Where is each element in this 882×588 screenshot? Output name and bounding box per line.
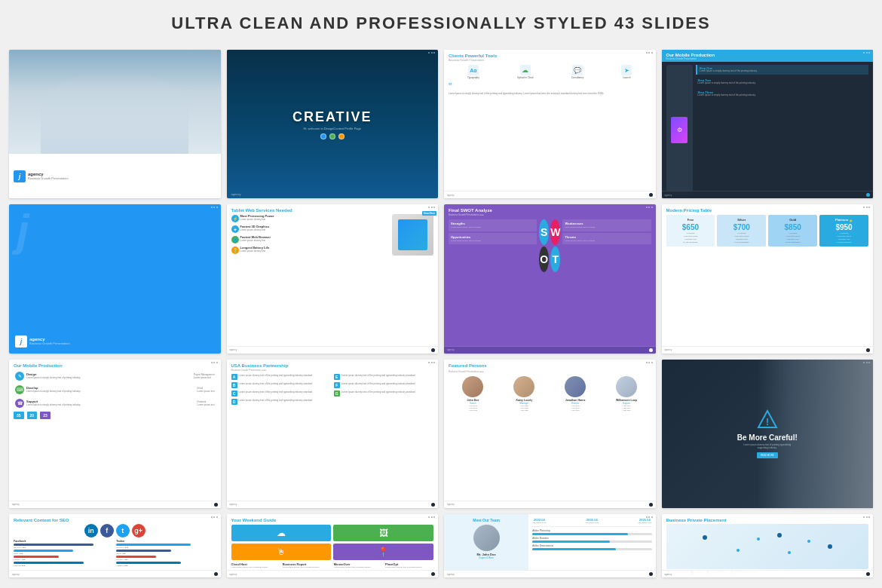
slide-menu-4[interactable] — [863, 52, 870, 54]
slide-11-sub: Business Growth Presentation ●●● — [449, 370, 651, 373]
slide-menu-12[interactable] — [863, 362, 870, 363]
agency-text: agency Business Growth Presentation — [28, 172, 69, 180]
slide-menu-15[interactable] — [646, 516, 653, 518]
tool-typography: Aα Typography — [467, 65, 479, 79]
footer-dot-6 — [431, 348, 435, 352]
silver-plan-label: Silver — [737, 218, 746, 222]
exp-2002: 2002-54 The Infinity Corp — [532, 518, 546, 524]
read-more-button[interactable]: READ MORE — [757, 452, 778, 458]
phone-screen-icon: ⚙ — [677, 127, 682, 133]
slide-menu-7[interactable] — [646, 207, 653, 208]
social-icons: in f t g+ — [14, 524, 216, 537]
slide-14[interactable]: Your Weekend Guide ☁ 🖼 🖱 📍 Cloud Host Lo… — [227, 514, 439, 577]
footer-agency-13: agency — [12, 573, 20, 576]
slide-4[interactable]: Our Mobile Production Business Growth Pr… — [662, 50, 874, 198]
slide-menu-1[interactable] — [211, 52, 218, 54]
photoshop-bar-bg — [532, 533, 651, 535]
quote-mark: " — [449, 82, 651, 91]
slide-2-agency: agency — [231, 192, 241, 196]
person-john: John Doe Owner • Info item• Info item• I… — [462, 376, 483, 412]
map-dot-4 — [807, 540, 810, 543]
slide-6-right: SmartStart — [392, 214, 433, 256]
agency-j-icon-5: j — [15, 335, 27, 348]
footer-dot-11 — [649, 503, 653, 507]
slide-3-body: Lorem Ipsum is simply dummy text of the … — [449, 93, 651, 96]
slide-menu-9[interactable] — [211, 362, 218, 363]
tablet-image: SmartStart — [392, 214, 433, 256]
feature-text-3: Fastest Web Browser Lorem ipsum dummy te… — [240, 235, 271, 242]
slide-menu-16[interactable] — [863, 516, 870, 518]
platinum-header: Platinum ★ — [835, 218, 853, 223]
slide-2[interactable]: CREATIVE Hi, welcome to DesignContest Pr… — [227, 50, 439, 198]
feature-battery: 🔋 Longest Battery Life Lorem ipsum dummy… — [231, 246, 390, 254]
slide-2-footer: agency — [231, 192, 434, 196]
map-dot-3 — [777, 533, 782, 537]
slide-13[interactable]: Relevant Content for SEO in f t g+ Faceb… — [9, 514, 221, 577]
map-dot-2 — [757, 537, 760, 541]
slide-15-right: 2002-54 The Infinity Corp 2005-54 The In… — [528, 514, 655, 577]
swot-w-letter: W — [550, 219, 560, 245]
footer-agency-15: agency — [447, 573, 455, 576]
slide-1[interactable]: j agency Business Growth Presentation — [9, 50, 221, 198]
footer-dot-14 — [431, 572, 435, 576]
slide-menu-3[interactable] — [646, 52, 653, 54]
feature-processing: ⚡ Most Processing Power Lorem ipsum dumm… — [231, 214, 390, 222]
free-feature-2: 1 GB Disk Space — [683, 235, 697, 237]
slide-10-footer: agency — [227, 501, 439, 508]
slide-9-footer-bar: agency — [9, 501, 221, 508]
guide-services: Cloud Host Lorem ipsum dummy text of pri… — [231, 562, 434, 568]
biz-e: ELorem ipsum dummy text of the printing … — [334, 374, 433, 380]
pricing-cols: Free $650 3 Website 1 GB Disk Space Unli… — [666, 215, 869, 247]
slide-menu-14[interactable] — [428, 516, 435, 518]
service-mouseover: MouseOver Lorem ipsum dummy text of prin… — [334, 562, 382, 568]
agency-j-icon: j — [14, 170, 26, 182]
gold-feature-4: 64 GB Bandwidth — [786, 241, 800, 243]
slide-4-sub: Business Growth Presentation — [666, 57, 869, 60]
experience-row: 2002-54 The Infinity Corp 2005-54 The In… — [532, 518, 651, 524]
slide-menu-10[interactable] — [428, 362, 435, 363]
slide-4-steps: Step One Lorem Ipsum is simply dummy tex… — [696, 65, 869, 195]
slide-9[interactable]: Our Mobile Production ✎ Design Lorem Ips… — [9, 360, 221, 508]
slide-3-sub: Business Growth Presentation — [449, 59, 651, 62]
stat-35: 35 — [14, 412, 24, 419]
creative-title: CREATIVE — [292, 109, 372, 125]
platinum-feature-4: 64 GB Bandwidth — [837, 241, 851, 243]
footer-agency-7: agency — [447, 348, 455, 351]
slide-3[interactable]: Clients Powerful Tools Business Growth P… — [444, 50, 656, 198]
agency-text-5: agency Business Growth Presentation — [29, 337, 70, 345]
platinum-feature-2: 5 GB Disk Space — [837, 235, 851, 237]
slide-16[interactable]: Business Private Placement Business Mark… — [662, 514, 874, 577]
footer-agency-3: agency — [447, 194, 455, 197]
slide-11[interactable]: Featured Persons Business Growth Present… — [444, 360, 656, 508]
guide-box-1: ☁ — [231, 525, 332, 541]
agency-tagline: Business Growth Presentation — [28, 176, 69, 180]
slide-menu-2[interactable] — [428, 52, 435, 54]
slide-6[interactable]: Tablet Web Services Needed ⚡ Most Proces… — [227, 204, 439, 353]
slide-menu-13[interactable] — [211, 516, 218, 518]
slide-menu-11[interactable] — [646, 362, 653, 363]
develop-side: EmailLorem ipsum text — [197, 387, 214, 393]
slide-3-title: Clients Powerful Tools — [449, 54, 651, 58]
slide-menu-5[interactable] — [211, 207, 218, 208]
gold-feature-2: 5 GB Disk Space — [786, 235, 800, 237]
divider — [532, 526, 651, 527]
silver-feature-1: 5 Website — [737, 232, 746, 234]
slide-12[interactable]: ! Be More Careful! Lorem ipsum dummy tex… — [662, 360, 874, 508]
silver-feature-3: Unlimited Mail — [736, 238, 748, 240]
slide-8[interactable]: Modern Pricing Table Free $650 3 Website… — [662, 204, 874, 353]
graphics-icon: ◈ — [231, 225, 239, 233]
footer-agency-11: agency — [447, 503, 455, 506]
slide-7[interactable]: Final SWOT Analyze Business Growth Prese… — [444, 204, 656, 353]
john-details: • Info item• Info item• Info item — [469, 405, 477, 412]
slide-menu-6[interactable] — [428, 207, 435, 208]
gold-plan-price: $850 — [785, 223, 801, 231]
mobile-feature-support: ☎ Support Lorem Ipsum is simply dummy te… — [14, 397, 216, 409]
slide-5[interactable]: j j agency Business Growth Presentation — [9, 204, 221, 353]
launch-icon: ➤ — [621, 65, 632, 75]
people-silhouette — [9, 50, 221, 154]
biz-d: DLorem ipsum dummy text of the printing … — [231, 399, 331, 405]
slide-menu-8[interactable] — [863, 207, 870, 208]
slide-15[interactable]: Meet Our Team Mr. John Doe Support Offic… — [444, 514, 656, 577]
slide-10[interactable]: USA Business Partnership Business Growth… — [227, 360, 439, 508]
free-feature-1: 3 Website — [686, 232, 694, 234]
